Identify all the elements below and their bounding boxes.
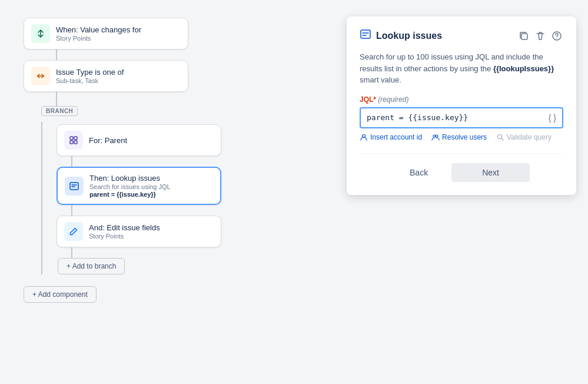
for-node-title: For: Parent (89, 136, 127, 145)
panel-actions (517, 29, 563, 42)
jql-field-label: JQL* (required) (360, 95, 563, 104)
jql-input[interactable] (367, 113, 549, 122)
edit-node[interactable]: And: Edit issue fields Story Points (57, 216, 221, 247)
branch-container: For: Parent Then: Lookup issues Search f… (41, 122, 221, 274)
delete-button[interactable] (534, 29, 547, 42)
lookup-node-icon (65, 177, 84, 196)
for-node-icon (64, 131, 83, 150)
when-node-icon (31, 24, 50, 43)
flow-canvas: When: Value changes for Story Points Iss… (0, 0, 341, 384)
when-node-subtitle: Story Points (56, 35, 141, 42)
add-component-button[interactable]: + Add component (24, 286, 97, 303)
lookup-panel: Lookup issues (347, 16, 576, 195)
validate-query-link[interactable]: Validate query (496, 133, 552, 141)
edit-node-icon (64, 222, 83, 241)
duplicate-button[interactable] (517, 29, 530, 42)
panel-title-row: Lookup issues (360, 28, 442, 43)
svg-rect-5 (361, 30, 370, 38)
svg-point-8 (556, 38, 557, 39)
branch-label: BRANCH (41, 106, 78, 116)
condition-node[interactable]: Issue Type is one of Sub-task, Task (24, 60, 188, 92)
panel-title: Lookup issues (376, 31, 442, 41)
lookup-node-title: Then: Lookup issues (89, 174, 171, 183)
panel-footer: Back Next (360, 153, 563, 182)
connector-1 (56, 49, 57, 60)
condition-node-subtitle: Sub-task, Task (56, 77, 124, 84)
lookup-node[interactable]: Then: Lookup issues Search for issues us… (57, 167, 221, 205)
add-to-branch-button[interactable]: + Add to branch (58, 258, 125, 274)
svg-rect-2 (70, 141, 73, 144)
connector-2 (56, 92, 57, 106)
panel-title-icon (360, 28, 371, 43)
lookup-node-subtitle: Search for issues using JQL (89, 183, 171, 190)
resolve-users-label: Resolve users (442, 133, 487, 141)
condition-node-icon (31, 67, 50, 85)
next-button[interactable]: Next (451, 163, 530, 182)
field-helpers: Insert account id Resolve users Validate… (360, 133, 563, 141)
connector-4 (71, 205, 72, 216)
svg-rect-3 (74, 141, 77, 144)
panel-header: Lookup issues (360, 28, 563, 43)
condition-node-title: Issue Type is one of (56, 68, 124, 77)
insert-account-id-label: Insert account id (370, 133, 422, 141)
insert-account-id-link[interactable]: Insert account id (360, 133, 422, 141)
panel-description: Search for up to 100 issues using JQL an… (360, 51, 563, 86)
svg-rect-0 (70, 137, 73, 140)
for-node[interactable]: For: Parent (57, 124, 221, 156)
validate-query-label: Validate query (507, 133, 552, 141)
jql-input-wrapper[interactable]: { } (360, 107, 563, 128)
connector-3 (71, 156, 72, 167)
jql-braces-icon: { } (549, 113, 556, 123)
lookup-node-jql: parent = {{issue.key}} (89, 191, 171, 198)
resolve-users-link[interactable]: Resolve users (431, 133, 487, 141)
svg-rect-4 (70, 183, 78, 190)
svg-rect-1 (74, 137, 77, 140)
connector-5 (71, 247, 72, 258)
svg-point-11 (436, 135, 438, 137)
help-button[interactable] (550, 29, 563, 42)
svg-point-12 (498, 134, 502, 138)
edit-node-subtitle: Story Points (89, 233, 160, 240)
when-node-title: When: Value changes for (56, 25, 141, 34)
edit-node-title: And: Edit issue fields (89, 223, 160, 232)
svg-rect-6 (521, 34, 527, 39)
back-button[interactable]: Back (393, 163, 444, 182)
when-node[interactable]: When: Value changes for Story Points (24, 18, 188, 49)
